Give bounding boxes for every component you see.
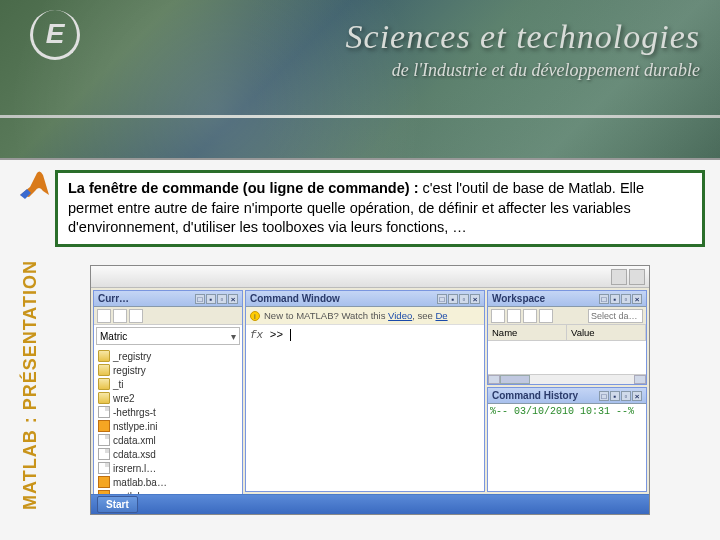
command-prompt: >> xyxy=(270,329,283,341)
banner-title-block: Sciences et technologies de l'Industrie … xyxy=(346,18,700,81)
workspace-col-value[interactable]: Value xyxy=(567,325,646,340)
file-icon xyxy=(98,434,110,446)
current-folder-pane: Curr… □▪▫× Matric ▾ _registryregistry_ti… xyxy=(93,290,243,494)
command-window-title: Command Window xyxy=(250,293,340,304)
file-name: wre2 xyxy=(113,393,135,404)
workspace-select-input[interactable] xyxy=(588,309,643,323)
command-window-pane: Command Window □▪▫× i New to MATLAB? Wat… xyxy=(245,290,485,492)
banner-text-mid: , see xyxy=(412,310,433,321)
demo-link[interactable]: De xyxy=(435,310,447,321)
folder-icon xyxy=(98,378,110,390)
matlab-ide-screenshot: Curr… □▪▫× Matric ▾ _registryregistry_ti… xyxy=(90,265,650,515)
file-name: matlab.ba… xyxy=(113,477,167,488)
workspace-table-header: Name Value xyxy=(488,325,646,341)
file-name: nstlype.ini xyxy=(113,421,157,432)
workspace-col-name[interactable]: Name xyxy=(488,325,567,340)
workspace-pane: Workspace □▪▫× Name Value xyxy=(487,290,647,385)
video-link[interactable]: Video xyxy=(388,310,412,321)
file-row[interactable]: cdata.xml xyxy=(96,433,240,447)
scroll-right-button[interactable] xyxy=(634,375,646,384)
workspace-body xyxy=(488,341,646,374)
file-row[interactable]: _ti xyxy=(96,377,240,391)
folder-icon xyxy=(98,350,110,362)
file-row[interactable]: -hethrgs-t xyxy=(96,405,240,419)
pane-window-controls[interactable]: □▪▫× xyxy=(195,294,238,304)
toolbar-icon[interactable] xyxy=(97,309,111,323)
folder-icon xyxy=(98,392,110,404)
toolbar-icon[interactable] xyxy=(539,309,553,323)
banner-logo: E xyxy=(30,10,80,60)
file-name: -hethrgs-t xyxy=(113,407,156,418)
file-name: _registry xyxy=(113,351,151,362)
orange-icon xyxy=(98,476,110,488)
info-box: La fenêtre de commande (ou ligne de comm… xyxy=(55,170,705,247)
pane-window-controls[interactable]: □▪▫× xyxy=(437,294,480,304)
presentation-banner: E Sciences et technologies de l'Industri… xyxy=(0,0,720,160)
pane-window-controls[interactable]: □▪▫× xyxy=(599,294,642,304)
banner-text-prefix: New to MATLAB? Watch this xyxy=(264,310,385,321)
scroll-thumb[interactable] xyxy=(500,375,530,384)
horizontal-scrollbar[interactable] xyxy=(488,374,646,384)
current-folder-toolbar xyxy=(94,307,242,325)
scroll-left-button[interactable] xyxy=(488,375,500,384)
chevron-down-icon[interactable]: ▾ xyxy=(231,331,236,342)
file-name: irsrern.l… xyxy=(113,463,156,474)
file-icon xyxy=(98,448,110,460)
banner-title-main: Sciences et technologies xyxy=(346,18,700,56)
file-row[interactable]: nstlype.ini xyxy=(96,419,240,433)
banner-title-sub: de l'Industrie et du développement durab… xyxy=(346,60,700,81)
history-line[interactable]: %-- 03/10/2010 10:31 --% xyxy=(490,406,644,417)
file-row[interactable]: irsrern.l… xyxy=(96,461,240,475)
info-icon: i xyxy=(250,311,260,321)
toolbar-icon[interactable] xyxy=(113,309,127,323)
workspace-toolbar xyxy=(488,307,646,325)
command-info-banner: i New to MATLAB? Watch this Video, see D… xyxy=(246,307,484,325)
file-icon xyxy=(98,406,110,418)
file-icon xyxy=(98,462,110,474)
command-history-pane: Command History □▪▫× %-- 03/10/2010 10:3… xyxy=(487,387,647,492)
info-box-title: La fenêtre de commande (ou ligne de comm… xyxy=(68,180,418,196)
command-input-area[interactable]: fx >> xyxy=(246,325,484,345)
matlab-main-toolbar xyxy=(91,266,649,288)
scroll-track[interactable] xyxy=(530,375,634,384)
sidebar-section-label: MATLAB : PRÉSENTATION xyxy=(20,260,41,510)
workspace-title: Workspace xyxy=(492,293,545,304)
folder-nav-label: Matric xyxy=(100,331,127,342)
banner-divider xyxy=(0,115,720,118)
pane-window-controls[interactable]: □▪▫× xyxy=(599,391,642,401)
file-row[interactable]: cdata.xsd xyxy=(96,447,240,461)
toolbar-icon[interactable] xyxy=(129,309,143,323)
orange-icon xyxy=(98,420,110,432)
file-row[interactable]: wre2 xyxy=(96,391,240,405)
fx-icon[interactable]: fx xyxy=(250,329,263,341)
toolbar-button[interactable] xyxy=(611,269,627,285)
file-list: _registryregistry_tiwre2-hethrgs-tnstlyp… xyxy=(94,347,242,494)
file-name: registry xyxy=(113,365,146,376)
current-folder-title: Curr… xyxy=(98,293,129,304)
history-body: %-- 03/10/2010 10:31 --% xyxy=(488,404,646,491)
file-name: cdata.xml xyxy=(113,435,156,446)
text-cursor xyxy=(290,329,298,341)
file-name: cdata.xsd xyxy=(113,449,156,460)
folder-icon xyxy=(98,364,110,376)
toolbar-icon[interactable] xyxy=(507,309,521,323)
status-bar: Start xyxy=(91,494,649,514)
file-row[interactable]: matlab.ba… xyxy=(96,475,240,489)
toolbar-button[interactable] xyxy=(629,269,645,285)
file-name: _ti xyxy=(113,379,124,390)
file-row[interactable]: _registry xyxy=(96,349,240,363)
toolbar-icon[interactable] xyxy=(491,309,505,323)
folder-path-box[interactable]: Matric ▾ xyxy=(96,327,240,345)
start-button[interactable]: Start xyxy=(97,496,138,513)
command-history-title: Command History xyxy=(492,390,578,401)
matlab-logo-icon xyxy=(15,165,55,205)
toolbar-icon[interactable] xyxy=(523,309,537,323)
file-row[interactable]: registry xyxy=(96,363,240,377)
